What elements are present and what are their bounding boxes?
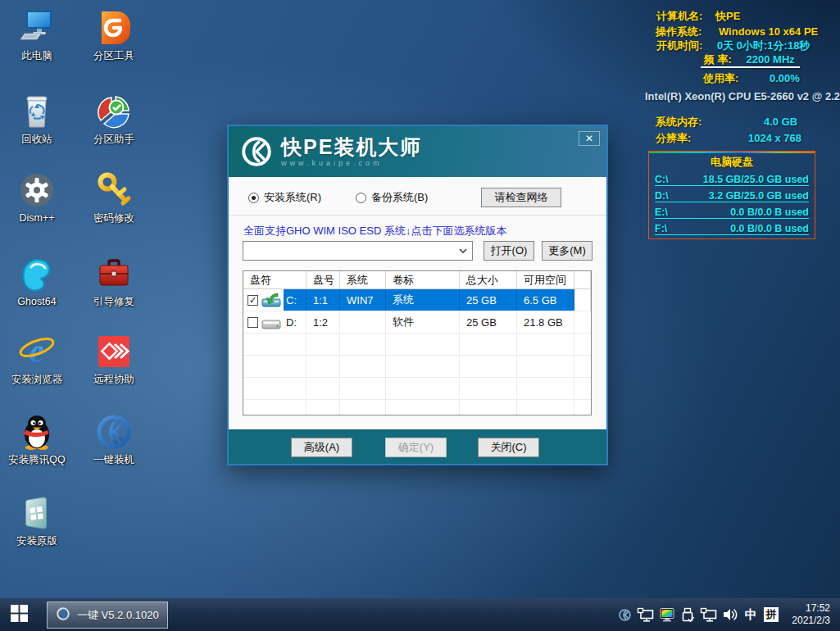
usage-row: 使用率: 0.00% xyxy=(703,71,800,86)
desktop-icon-label: 引导修复 xyxy=(77,296,151,307)
dialog-header: 快PE装机大师 www.kuaipe.com ✕ xyxy=(229,126,606,177)
clock-time: 17:52 xyxy=(792,602,830,615)
desktop-icon-label: 分区工具 xyxy=(77,50,151,61)
close-icon[interactable]: ✕ xyxy=(579,131,600,146)
ghost-icon xyxy=(17,254,57,293)
radio-button[interactable] xyxy=(356,193,366,203)
rainbow-strip xyxy=(649,152,815,153)
resolution-row: 分辨率: 1024 x 768 xyxy=(656,131,801,146)
taskbar: 一键 V5.2.0.1020 xyxy=(0,598,840,631)
speaker-icon[interactable] xyxy=(722,605,738,624)
memory-row: 系统内存: 4.0 GB xyxy=(656,115,797,129)
remote-assist-icon xyxy=(94,332,134,371)
computer-name-value: 快PE xyxy=(715,10,740,22)
desktop-icon-boot-repair[interactable]: 引导修复 xyxy=(77,254,151,307)
desktop-icon-dism[interactable]: Dism++ xyxy=(0,170,74,224)
partition-table: 盘符 盘号 系统 卷标 总大小 可用空间 ✓ xyxy=(243,270,592,415)
recycle-bin-icon xyxy=(17,92,57,131)
desktop-icon-label: 安装腾讯QQ xyxy=(0,454,74,465)
disk-usage-panel: 电脑硬盘 C:\ 18.5 GB/25.0 GB used D:\ 3.2 GB… xyxy=(648,151,815,239)
chevron-down-icon[interactable] xyxy=(454,248,472,254)
desktop-icon-this-pc[interactable]: 此电脑 xyxy=(0,8,74,61)
separator xyxy=(229,215,606,216)
desktop-icon-install-qq[interactable]: 安装腾讯QQ xyxy=(0,412,74,465)
desktop-icon-label: 分区助手 xyxy=(77,134,151,145)
desktop: { "desktop": { "icons": [ { "label": "此电… xyxy=(0,0,840,631)
start-button[interactable] xyxy=(0,598,38,631)
qq-penguin-icon xyxy=(17,412,57,452)
radio-install-system[interactable]: 安装系统(R) xyxy=(248,190,321,205)
usage-value: 0.00% xyxy=(770,72,800,84)
os-value: Windows 10 x64 PE xyxy=(719,25,818,38)
display-settings-icon[interactable] xyxy=(659,605,675,624)
kuaipe-logo-icon xyxy=(239,134,274,169)
disk-icon xyxy=(261,315,283,330)
usb-eject-icon[interactable] xyxy=(679,605,696,624)
table-empty-row xyxy=(243,378,591,400)
computer-name-row: 计算机名: 快PE xyxy=(656,9,740,24)
taskbar-clock[interactable]: 17:52 2021/2/3 xyxy=(792,602,835,627)
diskgenius-icon xyxy=(94,8,134,48)
uptime-value: 0天 0小时:1分:18秒 xyxy=(717,39,810,52)
cpu-model: Intel(R) Xeon(R) CPU E5-2660 v2 @ 2.20GH… xyxy=(645,90,840,102)
ime-pinyin-indicator[interactable]: 拼 xyxy=(763,605,779,624)
table-empty-row xyxy=(243,356,591,378)
check-network-button[interactable]: 请检查网络 xyxy=(481,188,561,207)
checkbox-checked[interactable]: ✓ xyxy=(247,295,258,306)
desktop-icon-remote-assist[interactable]: 远程协助 xyxy=(77,332,151,385)
this-pc-icon xyxy=(17,8,57,48)
network-icon[interactable] xyxy=(637,605,655,624)
frequency-value: 2200 MHz xyxy=(747,53,795,66)
desktop-icon-install-browser[interactable]: e 安装浏览器 xyxy=(0,332,74,385)
drive-row-f: F:\ 0.0 B/0.0 B used xyxy=(655,219,809,235)
desktop-icon-label: 安装浏览器 xyxy=(0,374,74,385)
kuaipe-installer-dialog: 快PE装机大师 www.kuaipe.com ✕ 安装系统(R) 备份系统(B)… xyxy=(227,125,608,465)
dialog-footer: 高级(A) 确定(Y) 关闭(C) xyxy=(229,429,606,464)
desktop-icon-label: Ghost64 xyxy=(0,296,74,307)
radio-backup-system[interactable]: 备份系统(B) xyxy=(356,190,428,205)
open-button[interactable]: 打开(O) xyxy=(484,241,534,261)
clock-date: 2021/2/3 xyxy=(792,615,830,627)
desktop-icon-one-click-install[interactable]: 一键装机 xyxy=(77,412,151,465)
desktop-icon-label: Dism++ xyxy=(0,212,74,224)
frequency-row: 频 率: 2200 MHz xyxy=(704,52,795,67)
key-icon xyxy=(94,170,134,210)
advanced-button[interactable]: 高级(A) xyxy=(291,438,352,457)
windows-installer-icon xyxy=(17,493,57,533)
support-formats-link[interactable]: 全面支持GHO WIM ISO ESD 系统 xyxy=(243,224,406,238)
resolution-value: 1024 x 768 xyxy=(748,132,801,144)
taskbar-app-kuaipe[interactable]: 一键 V5.2.0.1020 xyxy=(47,601,168,629)
checkbox-unchecked[interactable] xyxy=(247,317,258,328)
system-tray: 中 拼 17:52 2021/2/3 xyxy=(616,598,835,631)
dialog-website: www.kuaipe.com xyxy=(281,159,422,167)
select-version-hint-link[interactable]: ↓点击下面选系统版本 xyxy=(406,224,507,238)
desktop-icon-install-original[interactable]: 安装原版 xyxy=(0,493,74,547)
close-button[interactable]: 关闭(C) xyxy=(478,438,539,457)
ok-button[interactable]: 确定(Y) xyxy=(385,438,447,457)
dialog-body: 安装系统(R) 备份系统(B) 请检查网络 全面支持GHO WIM ISO ES… xyxy=(229,177,606,429)
desktop-icon-label: 远程协助 xyxy=(77,374,151,385)
drive-row-d: D:\ 3.2 GB/25.0 GB used xyxy=(655,186,809,202)
table-row-c-selected[interactable]: ✓ C: 1:1 WIN7 系统 25 GB 6.5 GB xyxy=(243,289,591,311)
system-image-combobox[interactable] xyxy=(243,241,473,261)
more-button[interactable]: 更多(M) xyxy=(542,241,593,261)
desktop-icon-diskgenius[interactable]: 分区工具 xyxy=(77,8,151,61)
partition-assistant-icon xyxy=(94,92,134,131)
desktop-icon-label: 安装原版 xyxy=(0,535,74,547)
desktop-icon-partition-assistant[interactable]: 分区助手 xyxy=(77,92,151,145)
desktop-icon-password-change[interactable]: 密码修改 xyxy=(77,170,151,224)
desktop-icon-label: 回收站 xyxy=(0,134,74,145)
radio-button-selected[interactable] xyxy=(248,193,259,203)
toolbox-icon xyxy=(94,254,134,293)
drive-row-c: C:\ 18.5 GB/25.0 GB used xyxy=(655,170,809,186)
table-row-d[interactable]: D: 1:2 软件 25 GB 21.8 GB xyxy=(243,311,591,334)
ie-browser-icon: e xyxy=(17,332,57,371)
table-empty-row xyxy=(243,400,591,415)
network-icon-2[interactable] xyxy=(700,605,718,624)
desktop-icon-ghost64[interactable]: Ghost64 xyxy=(0,254,74,307)
desktop-icon-recycle-bin[interactable]: 回收站 xyxy=(0,92,74,145)
memory-value: 4.0 GB xyxy=(764,116,797,128)
table-empty-row xyxy=(243,334,591,356)
kuaipe-tray-icon[interactable] xyxy=(616,605,633,624)
ime-language-indicator[interactable]: 中 xyxy=(742,605,759,624)
